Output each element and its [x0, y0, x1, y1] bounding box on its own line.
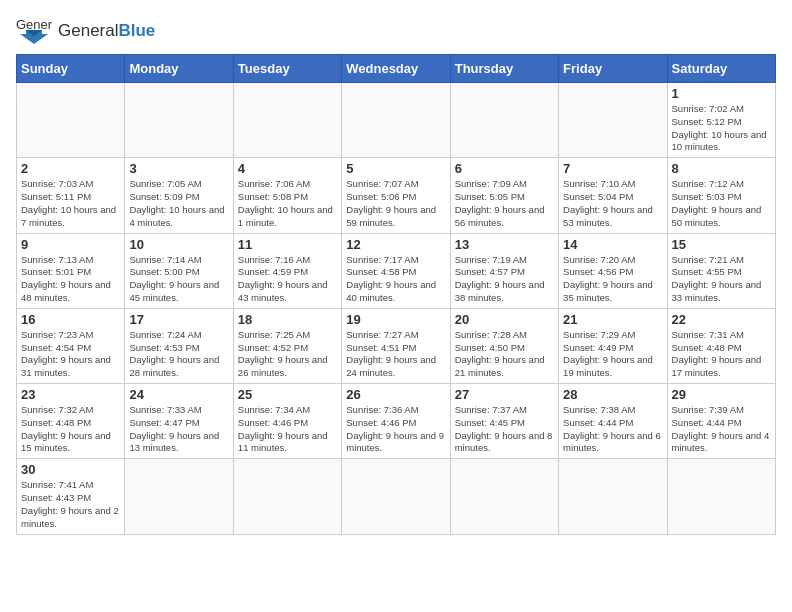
day-number: 19: [346, 312, 445, 327]
calendar-cell: 17Sunrise: 7:24 AM Sunset: 4:53 PM Dayli…: [125, 308, 233, 383]
day-info: Sunrise: 7:38 AM Sunset: 4:44 PM Dayligh…: [563, 404, 662, 455]
day-number: 22: [672, 312, 771, 327]
day-info: Sunrise: 7:05 AM Sunset: 5:09 PM Dayligh…: [129, 178, 228, 229]
day-info: Sunrise: 7:25 AM Sunset: 4:52 PM Dayligh…: [238, 329, 337, 380]
calendar-cell: 27Sunrise: 7:37 AM Sunset: 4:45 PM Dayli…: [450, 384, 558, 459]
calendar-cell: [125, 459, 233, 534]
logo-icon: General: [16, 16, 52, 44]
calendar-cell: 30Sunrise: 7:41 AM Sunset: 4:43 PM Dayli…: [17, 459, 125, 534]
day-info: Sunrise: 7:31 AM Sunset: 4:48 PM Dayligh…: [672, 329, 771, 380]
calendar-cell: 23Sunrise: 7:32 AM Sunset: 4:48 PM Dayli…: [17, 384, 125, 459]
day-number: 10: [129, 237, 228, 252]
calendar-cell: 3Sunrise: 7:05 AM Sunset: 5:09 PM Daylig…: [125, 158, 233, 233]
day-info: Sunrise: 7:41 AM Sunset: 4:43 PM Dayligh…: [21, 479, 120, 530]
day-info: Sunrise: 7:34 AM Sunset: 4:46 PM Dayligh…: [238, 404, 337, 455]
calendar-row-3: 9Sunrise: 7:13 AM Sunset: 5:01 PM Daylig…: [17, 233, 776, 308]
day-number: 14: [563, 237, 662, 252]
calendar-cell: 11Sunrise: 7:16 AM Sunset: 4:59 PM Dayli…: [233, 233, 341, 308]
page-header: General GeneralBlue: [16, 16, 776, 44]
calendar-cell: 6Sunrise: 7:09 AM Sunset: 5:05 PM Daylig…: [450, 158, 558, 233]
weekday-header-thursday: Thursday: [450, 55, 558, 83]
calendar-cell: [342, 459, 450, 534]
calendar-row-5: 23Sunrise: 7:32 AM Sunset: 4:48 PM Dayli…: [17, 384, 776, 459]
day-number: 23: [21, 387, 120, 402]
day-number: 9: [21, 237, 120, 252]
calendar-cell: [342, 83, 450, 158]
day-number: 27: [455, 387, 554, 402]
day-info: Sunrise: 7:39 AM Sunset: 4:44 PM Dayligh…: [672, 404, 771, 455]
day-info: Sunrise: 7:24 AM Sunset: 4:53 PM Dayligh…: [129, 329, 228, 380]
weekday-header-saturday: Saturday: [667, 55, 775, 83]
day-info: Sunrise: 7:36 AM Sunset: 4:46 PM Dayligh…: [346, 404, 445, 455]
day-info: Sunrise: 7:29 AM Sunset: 4:49 PM Dayligh…: [563, 329, 662, 380]
calendar-cell: 7Sunrise: 7:10 AM Sunset: 5:04 PM Daylig…: [559, 158, 667, 233]
day-number: 29: [672, 387, 771, 402]
day-number: 26: [346, 387, 445, 402]
calendar-cell: 28Sunrise: 7:38 AM Sunset: 4:44 PM Dayli…: [559, 384, 667, 459]
day-number: 1: [672, 86, 771, 101]
calendar-cell: 8Sunrise: 7:12 AM Sunset: 5:03 PM Daylig…: [667, 158, 775, 233]
calendar-cell: 13Sunrise: 7:19 AM Sunset: 4:57 PM Dayli…: [450, 233, 558, 308]
day-info: Sunrise: 7:16 AM Sunset: 4:59 PM Dayligh…: [238, 254, 337, 305]
weekday-header-wednesday: Wednesday: [342, 55, 450, 83]
day-number: 6: [455, 161, 554, 176]
calendar-cell: 26Sunrise: 7:36 AM Sunset: 4:46 PM Dayli…: [342, 384, 450, 459]
calendar-cell: 25Sunrise: 7:34 AM Sunset: 4:46 PM Dayli…: [233, 384, 341, 459]
day-info: Sunrise: 7:07 AM Sunset: 5:06 PM Dayligh…: [346, 178, 445, 229]
calendar-cell: [450, 83, 558, 158]
day-info: Sunrise: 7:20 AM Sunset: 4:56 PM Dayligh…: [563, 254, 662, 305]
day-number: 18: [238, 312, 337, 327]
logo: General GeneralBlue: [16, 16, 155, 44]
calendar-cell: 29Sunrise: 7:39 AM Sunset: 4:44 PM Dayli…: [667, 384, 775, 459]
calendar-table: SundayMondayTuesdayWednesdayThursdayFrid…: [16, 54, 776, 535]
calendar-cell: [125, 83, 233, 158]
day-number: 21: [563, 312, 662, 327]
calendar-cell: 16Sunrise: 7:23 AM Sunset: 4:54 PM Dayli…: [17, 308, 125, 383]
day-info: Sunrise: 7:19 AM Sunset: 4:57 PM Dayligh…: [455, 254, 554, 305]
calendar-cell: 5Sunrise: 7:07 AM Sunset: 5:06 PM Daylig…: [342, 158, 450, 233]
calendar-row-2: 2Sunrise: 7:03 AM Sunset: 5:11 PM Daylig…: [17, 158, 776, 233]
day-number: 17: [129, 312, 228, 327]
day-number: 4: [238, 161, 337, 176]
day-number: 13: [455, 237, 554, 252]
day-number: 11: [238, 237, 337, 252]
day-number: 5: [346, 161, 445, 176]
weekday-header-friday: Friday: [559, 55, 667, 83]
calendar-cell: 24Sunrise: 7:33 AM Sunset: 4:47 PM Dayli…: [125, 384, 233, 459]
day-number: 15: [672, 237, 771, 252]
calendar-cell: [233, 83, 341, 158]
day-info: Sunrise: 7:02 AM Sunset: 5:12 PM Dayligh…: [672, 103, 771, 154]
calendar-cell: 4Sunrise: 7:06 AM Sunset: 5:08 PM Daylig…: [233, 158, 341, 233]
calendar-cell: 19Sunrise: 7:27 AM Sunset: 4:51 PM Dayli…: [342, 308, 450, 383]
day-info: Sunrise: 7:21 AM Sunset: 4:55 PM Dayligh…: [672, 254, 771, 305]
day-info: Sunrise: 7:17 AM Sunset: 4:58 PM Dayligh…: [346, 254, 445, 305]
calendar-cell: [559, 459, 667, 534]
calendar-cell: 18Sunrise: 7:25 AM Sunset: 4:52 PM Dayli…: [233, 308, 341, 383]
calendar-cell: 15Sunrise: 7:21 AM Sunset: 4:55 PM Dayli…: [667, 233, 775, 308]
calendar-cell: 9Sunrise: 7:13 AM Sunset: 5:01 PM Daylig…: [17, 233, 125, 308]
day-info: Sunrise: 7:33 AM Sunset: 4:47 PM Dayligh…: [129, 404, 228, 455]
weekday-header-monday: Monday: [125, 55, 233, 83]
calendar-cell: 10Sunrise: 7:14 AM Sunset: 5:00 PM Dayli…: [125, 233, 233, 308]
svg-text:General: General: [16, 17, 52, 32]
calendar-cell: [17, 83, 125, 158]
day-info: Sunrise: 7:10 AM Sunset: 5:04 PM Dayligh…: [563, 178, 662, 229]
weekday-header-row: SundayMondayTuesdayWednesdayThursdayFrid…: [17, 55, 776, 83]
calendar-cell: 14Sunrise: 7:20 AM Sunset: 4:56 PM Dayli…: [559, 233, 667, 308]
day-number: 25: [238, 387, 337, 402]
day-number: 16: [21, 312, 120, 327]
calendar-cell: 20Sunrise: 7:28 AM Sunset: 4:50 PM Dayli…: [450, 308, 558, 383]
day-number: 28: [563, 387, 662, 402]
day-info: Sunrise: 7:03 AM Sunset: 5:11 PM Dayligh…: [21, 178, 120, 229]
day-number: 24: [129, 387, 228, 402]
calendar-cell: [233, 459, 341, 534]
day-info: Sunrise: 7:13 AM Sunset: 5:01 PM Dayligh…: [21, 254, 120, 305]
calendar-cell: 2Sunrise: 7:03 AM Sunset: 5:11 PM Daylig…: [17, 158, 125, 233]
weekday-header-tuesday: Tuesday: [233, 55, 341, 83]
day-info: Sunrise: 7:37 AM Sunset: 4:45 PM Dayligh…: [455, 404, 554, 455]
weekday-header-sunday: Sunday: [17, 55, 125, 83]
day-info: Sunrise: 7:14 AM Sunset: 5:00 PM Dayligh…: [129, 254, 228, 305]
calendar-cell: [559, 83, 667, 158]
calendar-cell: 12Sunrise: 7:17 AM Sunset: 4:58 PM Dayli…: [342, 233, 450, 308]
day-info: Sunrise: 7:06 AM Sunset: 5:08 PM Dayligh…: [238, 178, 337, 229]
